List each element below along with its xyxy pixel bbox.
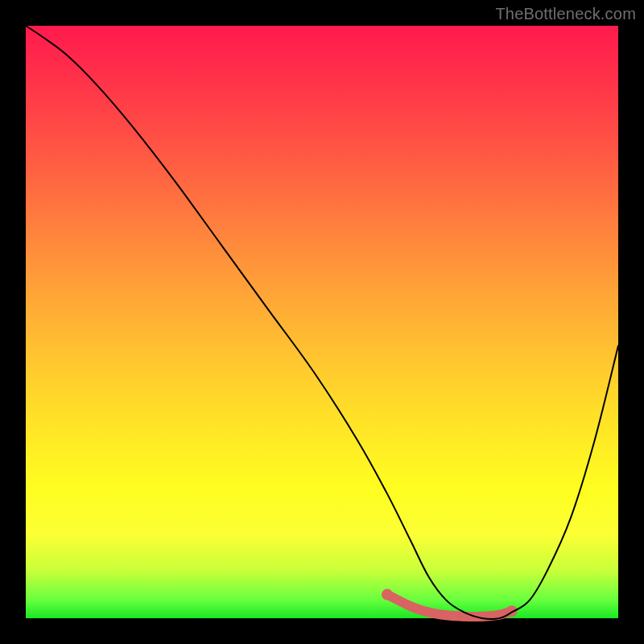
plot-area — [26, 26, 618, 618]
optimal-range-point — [442, 610, 452, 620]
optimal-range-point — [406, 601, 415, 611]
watermark-text: TheBottleneck.com — [495, 5, 636, 23]
chart-frame: TheBottleneck.com — [0, 0, 644, 644]
bottleneck-curve — [26, 26, 618, 619]
optimal-range-point — [382, 589, 393, 601]
optimal-range-point — [424, 608, 434, 617]
optimal-range-point — [477, 612, 487, 621]
chart-svg — [26, 26, 618, 618]
